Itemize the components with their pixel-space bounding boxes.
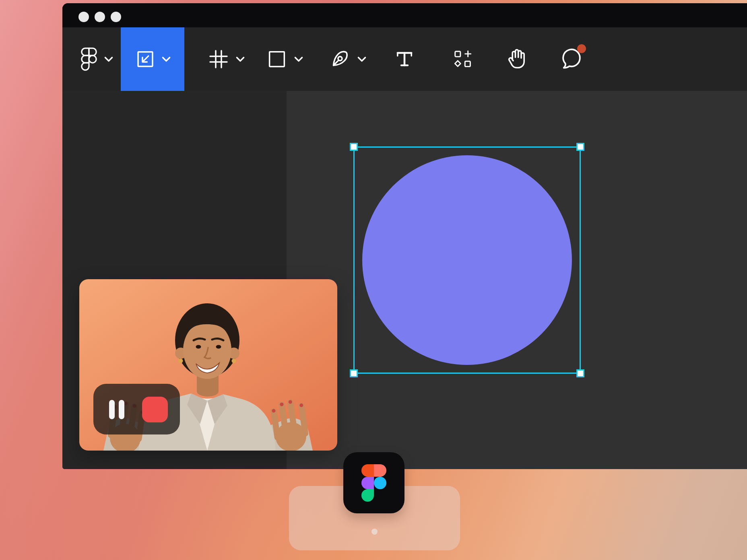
toolbar-main-menu[interactable] — [80, 27, 113, 91]
selection-box — [353, 146, 581, 374]
figma-window — [62, 3, 747, 469]
pause-bar — [109, 400, 115, 419]
pause-bar — [119, 400, 124, 419]
chevron-down-icon[interactable] — [357, 56, 367, 62]
text-t-icon — [393, 47, 416, 71]
frame-grid-icon — [207, 48, 230, 70]
pause-button[interactable] — [107, 398, 129, 420]
rectangle-icon — [266, 48, 288, 70]
move-scale-icon — [134, 48, 157, 70]
notification-badge — [577, 44, 586, 53]
titlebar — [62, 3, 747, 27]
desktop — [0, 0, 747, 560]
chevron-down-icon[interactable] — [161, 56, 171, 62]
figma-logo — [361, 464, 386, 502]
selection-handle-sw[interactable] — [350, 369, 358, 377]
figma-dock-icon[interactable] — [343, 452, 404, 513]
toolbar-pen-tool[interactable] — [328, 27, 367, 91]
toolbar-hand-tool[interactable] — [506, 27, 529, 91]
chevron-down-icon[interactable] — [104, 56, 113, 62]
chevron-down-icon[interactable] — [235, 56, 245, 62]
toolbar-move-tool[interactable] — [121, 27, 184, 91]
selection-handle-ne[interactable] — [576, 143, 584, 151]
hand-icon — [506, 47, 529, 71]
video-call-overlay[interactable] — [79, 279, 337, 451]
chevron-down-icon[interactable] — [294, 56, 303, 62]
running-app-indicator — [371, 529, 378, 535]
record-stop-button[interactable] — [142, 397, 168, 422]
toolbar-shape-tool[interactable] — [266, 27, 303, 91]
toolbar-comment-tool[interactable] — [559, 27, 584, 91]
selection-handle-se[interactable] — [576, 369, 584, 377]
toolbar — [62, 27, 747, 91]
actions-grid-icon — [452, 48, 474, 70]
window-control-dot[interactable] — [111, 12, 121, 22]
toolbar-text-tool[interactable] — [393, 27, 416, 91]
selection-handle-nw[interactable] — [350, 143, 358, 151]
pen-nib-icon — [328, 47, 351, 71]
toolbar-actions-tool[interactable] — [452, 27, 474, 91]
window-control-dot[interactable] — [95, 12, 105, 22]
figma-logo-icon — [80, 47, 97, 71]
toolbar-frame-tool[interactable] — [207, 27, 245, 91]
window-control-dot[interactable] — [78, 12, 89, 22]
